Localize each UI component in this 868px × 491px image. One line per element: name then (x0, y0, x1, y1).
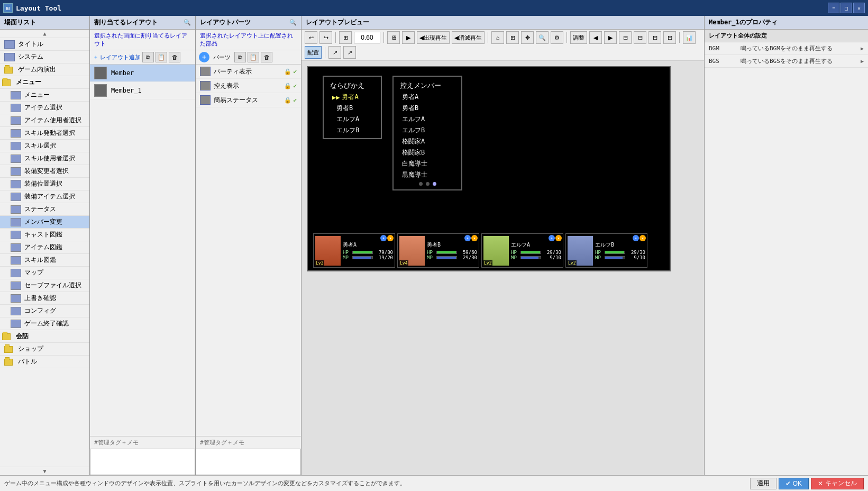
parts-lock-reserve[interactable]: 🔒 (284, 83, 291, 89)
redo-button[interactable]: ↪ (319, 31, 332, 44)
appear-play-button[interactable]: ◀ 出現再生 (417, 31, 450, 44)
monitor-button[interactable]: 🖥 (387, 31, 400, 44)
export2-button[interactable]: ↗ (343, 46, 356, 59)
chart-button[interactable]: 📊 (683, 31, 696, 44)
parts-lock-party[interactable]: 🔒 (284, 68, 291, 75)
sidebar-item-equip-change[interactable]: 装備変更者選択 (0, 165, 89, 178)
sidebar-item-item-select[interactable]: アイテム選択 (0, 102, 89, 114)
layout-paste-button[interactable]: 📋 (156, 52, 167, 62)
align-right-button[interactable]: ▶ (604, 31, 617, 44)
grid-button[interactable]: ⊞ (506, 31, 519, 44)
parts-item-reserve-display[interactable]: 控え表示 🔒 ✔ (196, 79, 301, 93)
settings-button[interactable]: ⚙ (551, 31, 563, 44)
zoom-tool-button[interactable]: 🔍 (536, 31, 549, 44)
sidebar-item-menu-cat[interactable]: メニュー (0, 76, 89, 89)
sidebar-item-equip-item[interactable]: 装備アイテム選択 (0, 190, 89, 203)
cancel-button[interactable]: ✕ キャンセル (811, 478, 864, 489)
maximize-button[interactable]: □ (840, 3, 852, 13)
layout-tag-memo-input[interactable] (90, 449, 195, 475)
reserve-item-6[interactable]: 白魔導士 (396, 158, 459, 169)
align1-button[interactable]: ⊟ (619, 31, 632, 44)
sidebar-item-map[interactable]: マップ (0, 267, 89, 279)
sidebar-item-title[interactable]: タイトル (0, 38, 89, 51)
member-item-2[interactable]: エルフA (326, 114, 379, 125)
layout-copy-button[interactable]: ⧉ (142, 52, 154, 62)
export1-button[interactable]: ↗ (328, 46, 341, 59)
sidebar-item-member-change[interactable]: メンバー変更 (0, 216, 89, 229)
reserve-item-0[interactable]: 勇者A (396, 92, 459, 103)
sidebar-item-skill-list[interactable]: スキル図鑑 (0, 254, 89, 267)
property-value-bgs[interactable]: 鳴っているBGSをそのまま再生する ▶ (736, 55, 868, 67)
align3-button[interactable]: ⊟ (648, 31, 661, 44)
property-value-bgm[interactable]: 鳴っているBGMをそのまま再生する ▶ (736, 42, 868, 54)
layout-item-member[interactable]: Member (90, 65, 195, 82)
sidebar-item-config[interactable]: コンフィグ (0, 305, 89, 317)
reserve-item-4[interactable]: 格闘家A (396, 136, 459, 147)
sidebar-item-status[interactable]: ステータス (0, 203, 89, 216)
parts-item-party-display[interactable]: パーティ表示 🔒 ✔ (196, 65, 301, 79)
layout-delete-button[interactable]: 🗑 (169, 52, 180, 62)
move-button[interactable]: ✥ (521, 31, 534, 44)
reserve-item-1[interactable]: 勇者B (396, 103, 459, 114)
layout-add-label[interactable]: レイアウト追加 (100, 53, 141, 61)
play-button[interactable]: ▶ (402, 31, 415, 44)
member-item-1[interactable]: 勇者B (326, 103, 379, 114)
zoom-icon-button[interactable]: ⊞ (339, 31, 352, 44)
parts-check-party[interactable]: ✔ (293, 68, 297, 75)
sidebar-item-item-list[interactable]: アイテム図鑑 (0, 241, 89, 254)
sidebar-item-chat-cat[interactable]: 会話 (0, 330, 89, 343)
adjust-button[interactable]: 調整 (570, 31, 587, 44)
zoom-input[interactable] (354, 32, 380, 43)
sidebar-item-overwrite[interactable]: 上書き確認 (0, 292, 89, 305)
member-item-3[interactable]: エルフB (326, 125, 379, 136)
align4-button[interactable]: ⊟ (663, 31, 676, 44)
ok-button[interactable]: ✔ OK (779, 478, 809, 489)
sidebar-item-system[interactable]: システム (0, 51, 89, 63)
sidebar-item-skill-target[interactable]: スキル使用者選択 (0, 152, 89, 165)
sidebar-scroll-down[interactable]: ▼ (0, 467, 89, 475)
sidebar-item-game-end[interactable]: ゲーム終了確認 (0, 317, 89, 330)
reserve-item-7[interactable]: 黒魔導士 (396, 169, 459, 180)
parts-copy-button[interactable]: ⧉ (234, 52, 246, 62)
parts-add-button[interactable]: ＋ (199, 52, 209, 62)
sidebar-item-battle[interactable]: バトル (0, 356, 89, 368)
parts-tag-memo-input[interactable] (196, 449, 301, 475)
sidebar-item-item-user-select[interactable]: アイテム使用者選択 (0, 114, 89, 127)
parts-paste-button[interactable]: 📋 (248, 52, 259, 62)
sidebar-item-game-exit[interactable]: ゲーム内演出 (0, 63, 89, 76)
align-left-button[interactable]: ◀ (589, 31, 602, 44)
layout-add-icon[interactable]: ＋ (93, 53, 98, 61)
sidebar-item-save-select[interactable]: セーブファイル選択 (0, 279, 89, 292)
party-card-0[interactable]: ✦ ★ 勇者A HP (313, 233, 395, 268)
reserve-item-3[interactable]: エルフB (396, 125, 459, 136)
undo-button[interactable]: ↩ (305, 31, 317, 44)
parts-search-icon[interactable]: 🔍 (289, 19, 297, 26)
close-button[interactable]: ✕ (853, 3, 865, 13)
property-bgs-arrow[interactable]: ▶ (861, 58, 864, 64)
sidebar-item-shop[interactable]: ショップ (0, 343, 89, 356)
align2-button[interactable]: ⊟ (634, 31, 646, 44)
sidebar-scroll-up[interactable]: ▲ (0, 30, 89, 38)
apply-button[interactable]: 適用 (750, 478, 776, 489)
layout-item-member1[interactable]: Member_1 (90, 82, 195, 99)
preview-canvas[interactable]: ならびかえ ▶ 勇者A 勇者B エルフA (301, 61, 704, 475)
minimize-button[interactable]: － (828, 3, 839, 13)
parts-lock-status[interactable]: 🔒 (284, 97, 291, 104)
sidebar-item-cast-list[interactable]: キャスト図鑑 (0, 229, 89, 241)
reserve-item-5[interactable]: 格闘家B (396, 147, 459, 158)
parts-check-reserve[interactable]: ✔ (293, 83, 297, 89)
parts-check-status[interactable]: ✔ (293, 97, 297, 104)
home-button[interactable]: ⌂ (491, 31, 504, 44)
member-item-0[interactable]: ▶ 勇者A (326, 92, 379, 103)
parts-delete-button[interactable]: 🗑 (261, 52, 272, 62)
property-bgm-arrow[interactable]: ▶ (861, 46, 864, 51)
disappear-play-button[interactable]: ◀ 消滅再生 (452, 31, 485, 44)
sidebar-item-skill-select[interactable]: スキル選択 (0, 140, 89, 152)
reserve-item-2[interactable]: エルフA (396, 114, 459, 125)
party-card-1[interactable]: ✦ ★ 勇者B HP (397, 233, 479, 268)
party-card-3[interactable]: ✦ ★ エルフB HP (565, 233, 647, 268)
party-card-2[interactable]: ✦ ★ エルフA HP (481, 233, 563, 268)
parts-item-simple-status[interactable]: 簡易ステータス 🔒 ✔ (196, 93, 301, 107)
sidebar-item-equip-pos[interactable]: 装備位置選択 (0, 178, 89, 190)
layout-search-icon[interactable]: 🔍 (184, 19, 191, 26)
